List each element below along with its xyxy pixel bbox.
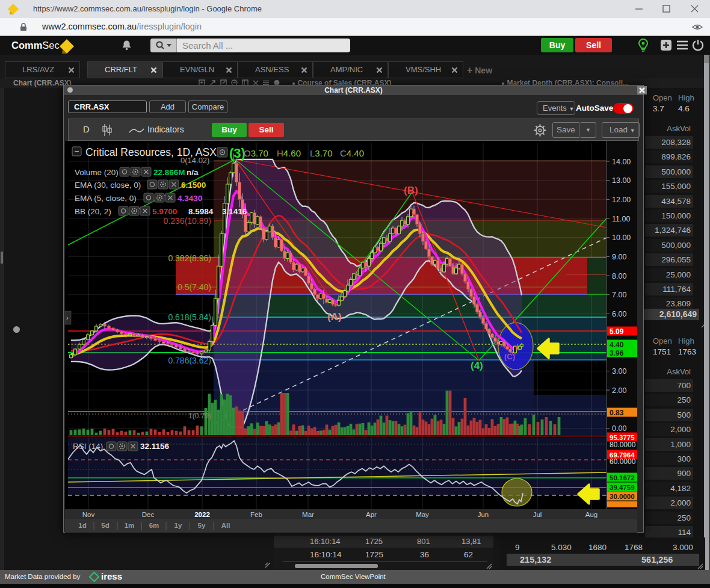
svg-text:n/a: n/a — [187, 168, 199, 177]
svg-text:12.00: 12.00 — [612, 196, 631, 204]
svg-text:7.00: 7.00 — [612, 291, 626, 299]
svg-text:(4): (4) — [471, 360, 483, 371]
svg-text:22.866M: 22.866M — [153, 168, 185, 177]
svg-text:0.5(7.40): 0.5(7.40) — [177, 282, 211, 292]
svg-text:50.1672: 50.1672 — [610, 474, 635, 481]
svg-text:13.00: 13.00 — [612, 176, 631, 185]
svg-text:9.00: 9.00 — [612, 253, 626, 261]
svg-text:Dec: Dec — [142, 511, 155, 518]
svg-text:3.00: 3.00 — [612, 367, 626, 376]
svg-text:2.00: 2.00 — [612, 386, 626, 395]
svg-text:Feb: Feb — [250, 511, 262, 518]
svg-text:›: › — [66, 314, 69, 321]
svg-text:5.09: 5.09 — [610, 327, 624, 336]
svg-text:Jul: Jul — [533, 511, 542, 518]
svg-text:5y: 5y — [198, 522, 206, 529]
svg-text:0.83: 0.83 — [610, 409, 624, 417]
svg-text:5.9700: 5.9700 — [152, 207, 177, 216]
svg-text:(C): (C) — [504, 352, 515, 361]
svg-text:0.618(5.84): 0.618(5.84) — [168, 312, 211, 322]
svg-text:Mar: Mar — [302, 511, 314, 518]
svg-text:8.5984: 8.5984 — [188, 207, 214, 216]
svg-text:6m: 6m — [149, 522, 159, 529]
svg-text:14.00: 14.00 — [612, 158, 631, 166]
svg-text:1y: 1y — [174, 522, 182, 529]
svg-text:(A): (A) — [327, 311, 342, 323]
svg-text:Jun: Jun — [478, 511, 489, 518]
svg-text:1(0.79): 1(0.79) — [188, 412, 211, 420]
svg-text:Aug: Aug — [585, 511, 597, 518]
svg-text:39.4759: 39.4759 — [610, 484, 635, 491]
svg-text:RSI (14): RSI (14) — [73, 442, 103, 451]
svg-text:6.00: 6.00 — [612, 310, 626, 318]
svg-text:L3.70: L3.70 — [310, 148, 333, 158]
svg-text:6.1500: 6.1500 — [181, 181, 206, 190]
svg-text:8.00: 8.00 — [612, 272, 626, 280]
svg-text:Critical Resources, 1D, ASX: Critical Resources, 1D, ASX — [85, 146, 217, 158]
svg-text:O3.70: O3.70 — [244, 148, 268, 158]
svg-text:2022: 2022 — [194, 511, 210, 518]
svg-text:5d: 5d — [101, 522, 109, 529]
svg-text:4.40: 4.40 — [610, 341, 624, 349]
svg-text:32.1156: 32.1156 — [140, 442, 170, 451]
svg-text:30.0000: 30.0000 — [610, 493, 635, 500]
svg-text:0.786(3.62): 0.786(3.62) — [168, 356, 211, 365]
svg-text:BB (20, 2): BB (20, 2) — [75, 207, 111, 216]
svg-text:1m: 1m — [125, 522, 135, 529]
svg-text:Apr: Apr — [366, 511, 377, 518]
svg-text:4.3430: 4.3430 — [177, 194, 202, 203]
svg-text:60.0000: 60.0000 — [610, 457, 636, 466]
svg-text:EMA (5, close, 0): EMA (5, close, 0) — [75, 194, 137, 203]
svg-text:1d: 1d — [78, 522, 86, 529]
svg-text:May: May — [416, 511, 429, 518]
svg-text:Nov: Nov — [82, 511, 95, 518]
svg-text:EMA (30, close, 0): EMA (30, close, 0) — [75, 181, 141, 190]
svg-text:0.00: 0.00 — [612, 424, 626, 433]
svg-text:All: All — [221, 522, 230, 529]
svg-text:3.96: 3.96 — [610, 349, 624, 357]
svg-text:11.00: 11.00 — [612, 215, 630, 223]
svg-text:H4.60: H4.60 — [277, 148, 301, 158]
svg-text:Volume (20): Volume (20) — [75, 168, 119, 177]
svg-text:3.1416: 3.1416 — [222, 207, 247, 216]
svg-text:0.236(10.89): 0.236(10.89) — [164, 216, 211, 226]
svg-text:C4.40: C4.40 — [340, 148, 364, 158]
svg-text:(B): (B) — [404, 185, 418, 196]
svg-text:10.00: 10.00 — [612, 234, 631, 242]
svg-text:80.0000: 80.0000 — [610, 441, 636, 449]
svg-text:0.382(8.96): 0.382(8.96) — [168, 253, 211, 263]
svg-text:(3): (3) — [229, 146, 245, 161]
